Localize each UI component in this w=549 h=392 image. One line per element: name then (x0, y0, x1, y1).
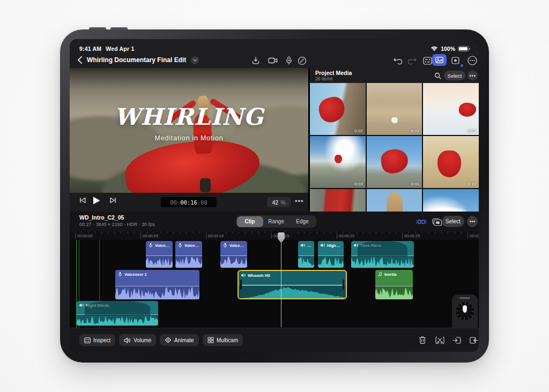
clip-label: Voiceover 1 (124, 272, 147, 277)
media-browser-button[interactable] (432, 54, 447, 66)
timeline-clip-time-piece[interactable]: Time Piece (351, 241, 414, 268)
microphone-icon (117, 272, 123, 277)
thumbnail-figure-shape (380, 148, 410, 175)
pencil-tools-button[interactable] (296, 55, 308, 66)
insert-clip-button[interactable] (451, 335, 462, 345)
timeline-clip-inertia[interactable]: Inertia (375, 270, 413, 299)
volume-button[interactable]: Volume (119, 334, 156, 346)
media-thumbnail-badlands-sky-red-dervish[interactable]: 0:03 (310, 136, 366, 188)
multicam-button[interactable]: Multicam (203, 334, 243, 346)
clip-connections-toggle-icon[interactable] (416, 216, 427, 228)
jog-wheel-dial[interactable] (456, 302, 474, 320)
media-thumbnail-dervish-red-rocks[interactable]: 0:02 (310, 83, 366, 135)
media-thumbnail-rock-spires-white-dervish[interactable]: 0:03 (367, 83, 422, 135)
mode-range[interactable]: Range (263, 216, 290, 227)
timeline-ruler[interactable]: 00:00:0000:00:0500:00:1000:00:1500:00:20… (70, 231, 479, 240)
microphone-icon (222, 243, 228, 248)
clip-label: Voiceover 2 (155, 243, 171, 248)
timeline-clip-whoosh-hit[interactable]: Whoosh Hit (238, 270, 347, 299)
undo-button[interactable] (391, 55, 403, 66)
ipad-device-frame: 9:41 AMWed Apr 1 100% Whirling Documenta… (60, 29, 489, 363)
timeline-clip-voiceover-2[interactable]: Voiceover 2 (146, 241, 173, 268)
timecode-frames: :08 (197, 199, 207, 206)
mode-edge[interactable]: Edge (290, 216, 316, 227)
clip-label: Voiceover 3 (229, 243, 246, 248)
media-more-button[interactable]: ••• (468, 71, 478, 80)
audio-speaker-icon (353, 243, 359, 248)
redo-button[interactable] (406, 55, 418, 66)
import-media-button[interactable] (250, 55, 262, 66)
project-media-panel: 0:020:030:020:030:010:10 Project Media 2… (310, 68, 479, 212)
playback-bar: 00:00:16:08 42% ••• (70, 193, 308, 212)
trim-handle-left[interactable] (240, 280, 242, 289)
effects-browser-button[interactable] (450, 55, 462, 66)
clip-waveform (318, 255, 344, 268)
timeline-clip--[interactable]: … (298, 241, 314, 268)
media-thumbnail-felt-hat-closeup[interactable] (367, 189, 422, 212)
inspect-button[interactable]: Inspect (79, 334, 115, 346)
search-icon[interactable] (432, 70, 443, 81)
media-panel-header: Project Media 26 Items Select ••• (310, 68, 479, 83)
trim-handle-right[interactable] (343, 280, 344, 289)
battery-icon (458, 46, 469, 51)
volume-label: Volume (133, 337, 151, 343)
camera-record-button[interactable] (267, 55, 279, 66)
clip-label: Whoosh Hit (248, 273, 270, 278)
timeline-panel: WD_Intro_C2_05 00:27 · 3840 × 2160 · HDR… (70, 212, 479, 352)
viewer-more-button[interactable]: ••• (295, 197, 304, 205)
timeline-clip-night-winds[interactable]: Night Winds (77, 301, 158, 326)
clip-header: … (300, 243, 313, 248)
media-thumbnail-salt-flat-red-dervish[interactable]: 0:02 (423, 83, 479, 135)
animate-label: Animate (174, 337, 194, 343)
timeline-select-button[interactable]: Select (442, 216, 464, 227)
overwrite-clip-button[interactable] (469, 335, 479, 345)
timeline-clip-high-[interactable]: High… (318, 241, 344, 268)
blade-split-button[interactable] (434, 335, 445, 345)
media-select-button[interactable]: Select (444, 71, 465, 80)
timeline-more-button[interactable]: ••• (467, 216, 478, 227)
clip-label: Inertia (384, 272, 397, 277)
timecode-display[interactable]: 00:00:16:08 (161, 197, 217, 207)
mode-clip[interactable]: Clip (237, 216, 263, 227)
media-thumbnail-reeds-arms-raised[interactable]: 0:10 (423, 136, 479, 188)
media-grid: 0:020:030:020:030:010:10 (310, 83, 479, 212)
play-button[interactable] (92, 196, 101, 205)
inspect-label: Inspect (93, 337, 110, 343)
back-button[interactable] (77, 56, 82, 64)
clip-waveform (115, 286, 199, 299)
inspector-button[interactable] (421, 55, 433, 66)
ruler-label: 00:00:25 (402, 233, 420, 239)
project-title-chevron-button[interactable] (191, 56, 199, 64)
status-time: 9:41 AM (79, 46, 101, 52)
timeline-overview-icon[interactable] (431, 216, 443, 228)
clip-label: Night Winds (86, 303, 109, 308)
skip-to-end-button[interactable] (109, 197, 116, 203)
ruler-label: 00:00:30 (468, 233, 479, 239)
clip-label: … (307, 243, 311, 248)
timeline-toolbar: Inspect Volume Animate Multicam (70, 328, 479, 352)
viewer-preview[interactable]: WHIRLING Meditation in Motion (70, 68, 308, 193)
timeline-clip-voiceover-2[interactable]: Voiceover 2 (175, 241, 202, 268)
animate-button[interactable]: Animate (160, 334, 199, 346)
viewer-zoom-control[interactable]: 42% (267, 197, 291, 207)
media-thumbnail-sky-clouds[interactable] (423, 189, 479, 212)
media-thumbnail-red-fabric-closeup[interactable] (310, 189, 366, 212)
clip-label: Time Piece (360, 243, 381, 248)
clip-header: Voiceover 1 (117, 272, 198, 277)
more-options-button[interactable] (466, 55, 478, 66)
audio-speaker-icon (320, 243, 325, 248)
timeline-clip-info: 00:27 · 3840 × 2160 · HDR · 30 fps (79, 222, 155, 227)
media-thumbnail-spinning-dervish-back[interactable]: 0:01 (367, 136, 422, 188)
jog-wheel-grip[interactable] (459, 297, 470, 299)
timeline-clip-voiceover-3[interactable]: Voiceover 3 (220, 241, 247, 268)
skip-to-start-button[interactable] (79, 197, 86, 203)
volume-line[interactable] (241, 285, 343, 286)
jog-wheel[interactable] (452, 295, 478, 328)
thumbnail-figure-shape (458, 102, 477, 118)
microphone-button[interactable] (283, 55, 295, 66)
thumbnail-figure-shape (316, 95, 347, 125)
delete-clip-button[interactable] (417, 335, 428, 345)
timeline-clip-voiceover-1[interactable]: Voiceover 1 (115, 270, 199, 299)
timeline-tracks[interactable]: Voiceover 2Voiceover 2Voiceover 3…High…T… (70, 240, 479, 328)
media-panel-title: Project Media (315, 70, 352, 76)
